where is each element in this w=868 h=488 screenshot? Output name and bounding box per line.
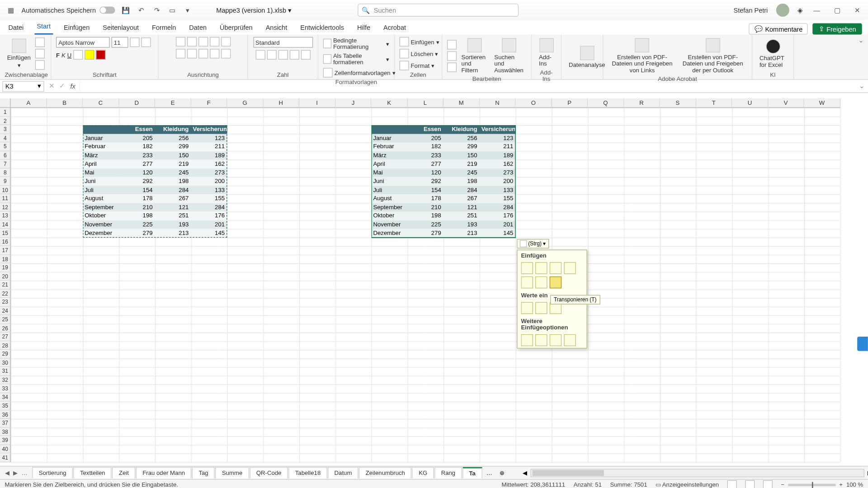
scroll-left-icon[interactable]: ◀ [523, 469, 528, 476]
spreadsheet-grid[interactable]: ABCDEFGHIJKLMNOPQRSTUVW 1234567891011121… [0, 99, 868, 466]
camera-icon[interactable]: ▭ [167, 5, 177, 15]
tab-entwicklertools[interactable]: Entwicklertools [298, 21, 346, 34]
paste-no-borders-icon[interactable] [521, 276, 533, 288]
align-right-icon[interactable] [198, 49, 208, 58]
sheet-tab[interactable]: Ta [462, 467, 482, 479]
row-headers[interactable]: 1234567891011121314151617181920212223242… [0, 108, 11, 462]
view-normal-icon[interactable] [727, 480, 737, 488]
autosum-icon[interactable] [447, 40, 457, 49]
paste-keep-colwidth-icon[interactable] [535, 276, 547, 288]
horizontal-scrollbar[interactable]: ◀▶ [531, 469, 864, 477]
align-mid-icon[interactable] [187, 37, 196, 47]
qat-more-icon[interactable]: ▾ [183, 5, 192, 15]
name-box[interactable]: K3▾ [2, 81, 44, 92]
sheet-tab[interactable]: Rang [434, 467, 462, 479]
bedingte-formatierung-button[interactable]: Bedingte Formatierung ▾ [323, 37, 389, 50]
paste-formulas-numfmt-icon[interactable] [550, 262, 561, 274]
paste-transpose-icon[interactable] [550, 276, 561, 288]
filename[interactable]: Mappe3 (version 1).xlsb ▾ [216, 6, 292, 14]
currency-icon[interactable] [255, 50, 265, 60]
new-sheet-icon[interactable]: ⊕ [496, 469, 508, 476]
align-top-icon[interactable] [175, 37, 185, 47]
formula-input[interactable] [79, 81, 855, 92]
percent-icon[interactable] [267, 50, 276, 60]
align-bot-icon[interactable] [198, 37, 208, 47]
italic-button[interactable]: K [61, 52, 66, 58]
cells-delete-button[interactable]: Löschen ▾ [399, 49, 438, 58]
paste-options-tag[interactable]: (Strg)▾ [517, 239, 549, 248]
collapse-ribbon-icon[interactable]: ⌄ [854, 34, 868, 79]
cells-format-button[interactable]: Format ▾ [399, 61, 434, 70]
font-color-icon[interactable] [96, 50, 105, 60]
sheet-tab[interactable]: Sortierung [32, 467, 73, 479]
view-pagebreak-icon[interactable] [763, 480, 773, 488]
border-icon[interactable] [73, 50, 83, 60]
tab-start[interactable]: Start [34, 20, 53, 35]
indent-dec-icon[interactable] [209, 49, 219, 58]
als-tabelle-button[interactable]: Als Tabelle formatieren ▾ [323, 52, 389, 66]
paste-values-numfmt-icon[interactable] [535, 302, 547, 314]
tab-hilfe[interactable]: Hilfe [355, 21, 373, 34]
kommentare-button[interactable]: 💬Kommentare [749, 23, 808, 34]
paste-button[interactable]: Einfügen▾ [5, 38, 33, 70]
view-layout-icon[interactable] [745, 480, 755, 488]
side-panel-icon[interactable] [857, 337, 868, 351]
sheet-tab[interactable]: Tabelle18 [288, 467, 327, 479]
tab-seitenlayout[interactable]: Seitenlayout [100, 21, 141, 34]
paste-all-icon[interactable] [521, 262, 533, 274]
redo-icon[interactable]: ↷ [152, 5, 161, 15]
paste-linked-picture-icon[interactable] [564, 334, 576, 346]
sheet-tab[interactable]: Zeit [112, 467, 135, 479]
format-painter-icon[interactable] [35, 60, 45, 70]
expand-fbar-icon[interactable]: ⌄ [855, 82, 868, 90]
fx-icon[interactable]: fx [71, 83, 75, 90]
tab-ueberpruefen[interactable]: Überprüfen [217, 21, 255, 34]
tab-overflow-icon[interactable]: … [483, 469, 496, 476]
sheet-tab[interactable]: Summe [215, 467, 249, 479]
avatar[interactable] [776, 4, 789, 17]
tab-formeln[interactable]: Formeln [150, 21, 179, 34]
sort-filter-button[interactable]: Sortieren und Filtern [459, 37, 489, 75]
username[interactable]: Stefan Petri [734, 7, 768, 14]
sheet-tab[interactable]: Zeilenumbruch [359, 467, 411, 479]
display-settings-button[interactable]: ▭ Anzeigeeinstellungen [656, 481, 719, 488]
freigeben-button[interactable]: ⇪Freigeben [813, 23, 862, 34]
chatgpt-button[interactable]: ChatGPT for Excel [757, 38, 789, 69]
sheet-tab[interactable]: Frau oder Mann [136, 467, 192, 479]
tab-ansicht[interactable]: Ansicht [263, 21, 289, 34]
paste-picture-icon[interactable] [550, 334, 561, 346]
save-icon[interactable]: 💾 [121, 5, 130, 15]
tab-daten[interactable]: Daten [187, 21, 209, 34]
number-format-combo[interactable]: Standard [253, 37, 313, 48]
zoom-slider[interactable]: −+100 % [781, 481, 863, 488]
inc-decimal-icon[interactable] [289, 50, 299, 60]
paste-formatting-icon[interactable] [521, 334, 533, 346]
tab-more-icon[interactable]: … [21, 469, 27, 476]
align-center-icon[interactable] [187, 49, 196, 58]
find-select-button[interactable]: Suchen und Auswählen [492, 37, 526, 75]
sheet-tab[interactable]: QR-Code [250, 467, 288, 479]
minimize-button[interactable]: — [811, 7, 822, 14]
tab-einfuegen[interactable]: Einfügen [61, 21, 92, 34]
paste-formulas-icon[interactable] [535, 262, 547, 274]
sheet-tab[interactable]: Tag [192, 467, 215, 479]
tab-next-icon[interactable]: ▶ [13, 469, 18, 476]
cut-icon[interactable] [35, 38, 45, 47]
indent-inc-icon[interactable] [221, 49, 231, 58]
align-left-icon[interactable] [175, 49, 185, 58]
bold-button[interactable]: F [56, 52, 60, 58]
wrap-icon[interactable] [221, 37, 231, 47]
cells-insert-button[interactable]: Einfügen ▾ [399, 37, 439, 47]
search-box[interactable]: 🔍 Suchen [358, 4, 519, 17]
acrobat-outlook-button[interactable]: Erstellen von PDF-Dateien und Freigeben … [679, 37, 747, 75]
paste-link-icon[interactable] [535, 334, 547, 346]
sheet-tab[interactable]: Textteilen [73, 467, 112, 479]
datenanalyse-button[interactable]: Datenanalyse [566, 45, 608, 69]
sheet-tab[interactable]: Datum [328, 467, 359, 479]
fill-icon[interactable] [447, 51, 457, 61]
zellfmt-button[interactable]: Zellenformatvorlagen ▾ [323, 68, 395, 77]
tab-datei[interactable]: Datei [6, 21, 26, 34]
paste-keep-source-fmt-icon[interactable] [564, 262, 576, 274]
addins-button[interactable]: Add-Ins [537, 37, 557, 68]
paste-values-icon[interactable] [521, 302, 533, 314]
